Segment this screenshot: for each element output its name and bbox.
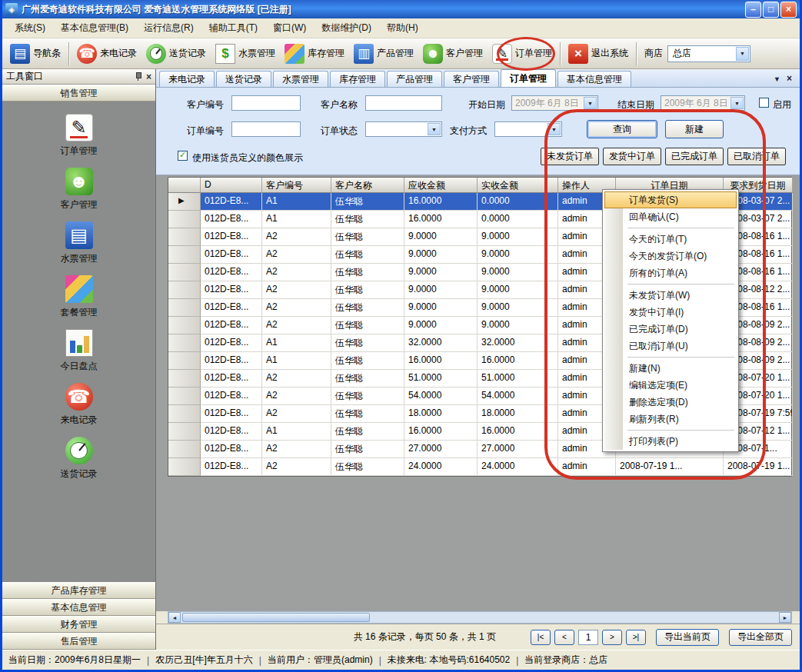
context-menu-item[interactable]: 删除选定项(D)	[604, 394, 737, 411]
row-selector[interactable]	[168, 370, 201, 388]
sidebar-section[interactable]: 财务管理	[2, 616, 155, 633]
row-selector[interactable]	[168, 423, 201, 441]
order-status-filter-button[interactable]: 发货中订单	[603, 148, 661, 165]
customer-name-input[interactable]	[365, 95, 442, 111]
toolbar-button-dollar[interactable]: 水票管理	[211, 42, 280, 66]
tab-1[interactable]: 来电记录	[159, 71, 215, 87]
scrollbar-track[interactable]	[181, 612, 779, 623]
sidebar-section[interactable]: 产品库存管理	[2, 582, 155, 599]
column-header[interactable]: 客户编号	[262, 178, 331, 193]
column-header[interactable]: 实收金额	[478, 178, 558, 193]
context-menu-item[interactable]: 发货中订单(I)	[604, 304, 737, 321]
pay-method-select[interactable]	[494, 121, 562, 137]
sidebar-section[interactable]: 售后管理	[2, 633, 155, 650]
context-menu-item[interactable]: 未发货订单(W)	[604, 287, 737, 304]
scroll-left-icon[interactable]: ◄	[168, 612, 181, 623]
customer-no-input[interactable]	[231, 95, 301, 111]
export-current-page-button[interactable]: 导出当前页	[656, 629, 719, 646]
row-selector[interactable]	[168, 228, 201, 246]
toolbar-button-order[interactable]: 订单管理	[488, 42, 557, 66]
row-selector[interactable]	[168, 299, 201, 317]
export-all-pages-button[interactable]: 导出全部页	[729, 629, 792, 646]
pin-icon[interactable]	[134, 72, 142, 82]
context-menu-item[interactable]: 所有的订单(A)	[604, 264, 737, 281]
toolbar-button-nav[interactable]: 导航条	[5, 42, 65, 66]
chevron-down-icon[interactable]	[736, 47, 749, 61]
horizontal-scrollbar[interactable]: ◄ ►	[168, 611, 792, 624]
toolbar-button-exit[interactable]: 退出系统	[564, 42, 633, 66]
row-selector[interactable]	[168, 281, 201, 299]
order-status-filter-button[interactable]: 未发货订单	[541, 148, 599, 165]
chevron-down-icon[interactable]	[730, 97, 744, 109]
row-selector[interactable]	[168, 334, 201, 352]
toolbar-button-product[interactable]: 产品管理	[349, 42, 418, 66]
menu-item[interactable]: 帮助(H)	[379, 18, 426, 38]
row-selector[interactable]	[168, 352, 201, 370]
sidebar-item[interactable]: 客户管理	[2, 168, 155, 211]
row-selector[interactable]	[168, 246, 201, 264]
start-date-picker[interactable]: 2009年 6月 8日	[511, 95, 598, 111]
first-page-button[interactable]: |<	[531, 630, 551, 645]
order-no-input[interactable]	[231, 121, 301, 137]
column-header[interactable]: 应收金额	[404, 178, 478, 193]
context-menu-item[interactable]: 刷新列表(R)	[604, 411, 737, 427]
sidebar-item[interactable]: 送货记录	[2, 437, 155, 481]
row-selector[interactable]	[168, 458, 201, 476]
enable-checkbox[interactable]	[759, 98, 769, 108]
order-status-filter-button[interactable]: 已完成订单	[665, 148, 724, 165]
tab-5[interactable]: 产品管理	[387, 71, 442, 87]
order-status-filter-button[interactable]: 已取消订单	[727, 148, 786, 165]
column-header[interactable]: D	[201, 178, 262, 193]
column-header[interactable]: 客户名称	[331, 178, 404, 193]
toolbar-button-package[interactable]: 库存管理	[280, 42, 349, 66]
prev-page-button[interactable]: <	[554, 630, 574, 645]
tab-7[interactable]: 订单管理	[501, 69, 556, 87]
row-selector[interactable]	[168, 317, 201, 334]
row-selector[interactable]	[168, 264, 201, 281]
end-date-picker[interactable]: 2009年 6月 8日	[661, 95, 745, 111]
last-page-button[interactable]: >|	[626, 630, 646, 645]
sidebar-section-sales[interactable]: 销售管理	[2, 85, 155, 101]
new-button[interactable]: 新建	[665, 120, 724, 138]
store-select[interactable]: 总店	[667, 45, 750, 62]
context-menu-item[interactable]: 打印列表(P)	[604, 433, 737, 450]
sidebar-item[interactable]: 水票管理	[2, 221, 155, 265]
order-status-select[interactable]	[365, 121, 442, 137]
tab-6[interactable]: 客户管理	[444, 71, 499, 87]
tab-2[interactable]: 送货记录	[216, 71, 271, 87]
tab-list-icon[interactable]	[774, 73, 780, 84]
close-icon[interactable]	[780, 2, 797, 18]
context-menu-item[interactable]: 已完成订单(D)	[604, 321, 737, 338]
sidebar-item[interactable]: 今日盘点	[2, 329, 155, 373]
next-page-button[interactable]: >	[602, 630, 622, 645]
row-selector[interactable]	[168, 388, 201, 405]
context-menu-item[interactable]: 新建(N)	[604, 360, 737, 377]
page-number-input[interactable]	[578, 630, 598, 645]
row-selector[interactable]	[168, 405, 201, 423]
chevron-down-icon[interactable]	[547, 123, 561, 135]
sidebar-item[interactable]: 套餐管理	[2, 275, 155, 319]
sidebar-item[interactable]: 订单管理	[2, 114, 155, 158]
scrollbar-thumb[interactable]	[182, 613, 370, 622]
context-menu-item[interactable]: 今天的订单(T)	[604, 231, 737, 248]
menu-item[interactable]: 基本信息管理(B)	[53, 18, 136, 38]
table-row[interactable]: 012D-E8...A2伍华聪24.000024.0000admin2008-0…	[168, 458, 791, 476]
sidebar-item[interactable]: 来电记录	[2, 383, 155, 427]
row-selector[interactable]	[168, 441, 201, 458]
color-checkbox[interactable]	[178, 151, 188, 161]
tab-3[interactable]: 水票管理	[273, 71, 328, 87]
menu-item[interactable]: 系统(S)	[7, 18, 53, 38]
tab-4[interactable]: 库存管理	[330, 71, 385, 87]
chevron-down-icon[interactable]	[428, 123, 441, 135]
context-menu-item[interactable]: 已取消订单(U)	[604, 338, 737, 354]
tab-8[interactable]: 基本信息管理	[557, 71, 631, 87]
query-button[interactable]: 查询	[587, 120, 657, 138]
tab-close-icon[interactable]	[787, 73, 792, 84]
row-selector[interactable]	[168, 211, 201, 228]
menu-item[interactable]: 辅助工具(T)	[201, 18, 265, 38]
toolbar-button-phone[interactable]: 来电记录	[72, 42, 141, 66]
toolbar-button-customer[interactable]: 客户管理	[418, 42, 488, 66]
sidebar-section[interactable]: 基本信息管理	[2, 599, 155, 616]
menu-item[interactable]: 窗口(W)	[265, 18, 314, 38]
context-menu-item[interactable]: 回单确认(C)	[604, 208, 737, 225]
